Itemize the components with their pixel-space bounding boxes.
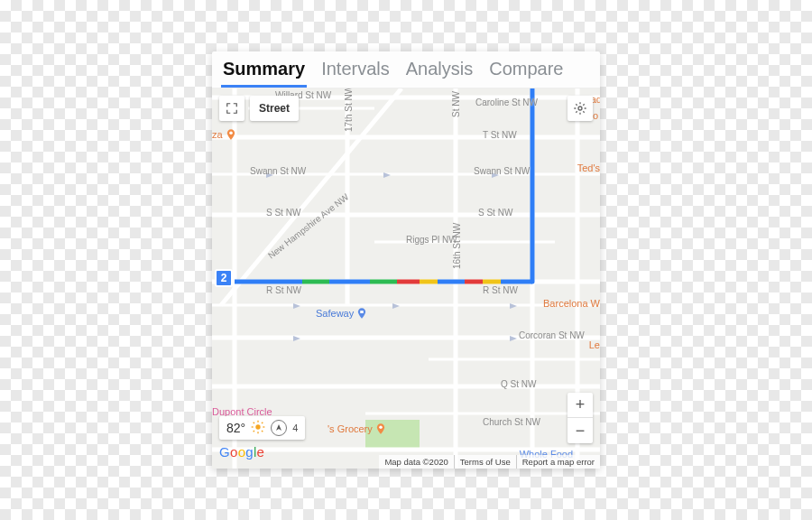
street-label: S St NW [266, 208, 300, 218]
street-label: Church St NW [483, 417, 540, 427]
poi-barcelona[interactable]: Barcelona W [543, 298, 600, 309]
svg-marker-50 [276, 424, 281, 431]
street-label: Q St NW [501, 379, 536, 389]
poi-pizza[interactable]: za [212, 128, 237, 141]
street-label: Riggs Pl NW [406, 235, 457, 245]
svg-point-41 [256, 424, 261, 429]
zoom-in-button[interactable]: + [567, 393, 593, 418]
zoom-out-button[interactable]: − [567, 418, 593, 443]
google-logo: Google [219, 444, 264, 460]
svg-point-37 [229, 132, 233, 135]
street-label: Caroline St NW [475, 98, 538, 107]
maptype-button[interactable]: Street [250, 96, 299, 121]
terms-link[interactable]: Terms of Use [454, 455, 516, 469]
tab-analysis[interactable]: Analysis [404, 57, 475, 88]
restaurant-icon [225, 128, 237, 141]
svg-line-47 [262, 431, 263, 432]
poi-grocery[interactable]: 's Grocery [328, 422, 387, 435]
temperature-value: 82° [226, 421, 245, 435]
poi-teds[interactable]: Ted's [577, 162, 600, 173]
poi-safeway[interactable]: Safeway [316, 307, 368, 320]
svg-line-46 [254, 422, 254, 422]
shopping-icon [355, 307, 368, 320]
map-canvas[interactable]: 2 Willard St NW Caroline St NW St NW T S… [212, 88, 600, 469]
route-end-marker[interactable]: 2 [215, 269, 233, 287]
street-label: T St NW [483, 130, 517, 140]
tab-intervals[interactable]: Intervals [319, 57, 392, 88]
street-label: Swann St NW [474, 166, 530, 176]
route-marker-label: 2 [221, 272, 227, 284]
wind-icon [271, 420, 287, 436]
map-attribution: Map data ©2020 Terms of Use Report a map… [379, 455, 600, 469]
activity-card: Summary Intervals Analysis Compare [212, 51, 600, 469]
street-label: R St NW [266, 285, 301, 295]
svg-line-48 [254, 431, 254, 432]
fullscreen-icon [226, 102, 238, 115]
poi-le[interactable]: Le [589, 339, 600, 350]
mapdata-label: Map data ©2020 [379, 455, 453, 469]
gear-icon [573, 101, 587, 116]
street-label: 17th St NW [344, 88, 354, 132]
fullscreen-button[interactable] [219, 96, 245, 121]
svg-line-49 [262, 422, 263, 422]
street-label: 16th St NW [452, 223, 462, 269]
street-label: St NW [451, 91, 461, 117]
weather-widget[interactable]: 82° 4 [219, 416, 305, 440]
svg-point-39 [379, 426, 383, 430]
report-link[interactable]: Report a map error [516, 455, 600, 469]
svg-point-40 [578, 107, 582, 110]
street-label: S St NW [478, 208, 512, 218]
street-label: R St NW [483, 285, 518, 295]
restaurant-icon [374, 422, 387, 435]
zoom-control: + − [567, 393, 593, 443]
settings-button[interactable] [567, 96, 593, 121]
tab-compare[interactable]: Compare [487, 57, 565, 88]
tab-bar: Summary Intervals Analysis Compare [212, 51, 600, 88]
sun-icon [251, 420, 265, 437]
wind-value: 4 [292, 422, 298, 433]
svg-rect-38 [360, 311, 364, 313]
street-label: Corcoran St NW [519, 330, 585, 340]
svg-line-18 [221, 88, 401, 305]
street-label: Swann St NW [250, 166, 306, 176]
tab-summary[interactable]: Summary [221, 57, 307, 88]
